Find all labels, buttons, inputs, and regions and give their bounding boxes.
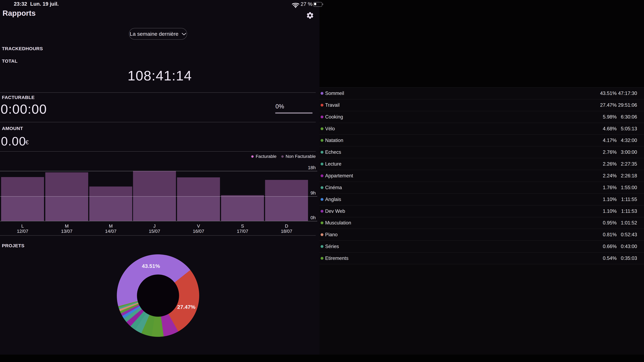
project-color-dot [320,233,324,236]
project-time: 0:43:00 [621,244,637,249]
project-name: Séries [325,244,339,249]
project-percent: 1.76% [603,185,617,191]
project-percent: 0.66% [603,244,617,249]
project-time: 1:11:53 [621,208,637,214]
x-label-12/07: L12/07 [1,224,44,234]
project-time: 5:05:13 [621,126,637,132]
status-clock: 23:32 [14,1,27,7]
project-color-dot [320,222,324,224]
project-percent: 0.95% [603,220,617,226]
project-color-dot [320,186,324,189]
projects-label: PROJETS [2,243,24,248]
project-percent: 5.98% [603,114,617,120]
period-selector[interactable]: La semaine dernière [129,28,187,40]
legend-label: Non Facturable [286,154,316,159]
page-title: Rapports [2,9,36,18]
project-color-dot [320,174,324,177]
project-name: Etirements [325,255,348,261]
billable-percent: 0% [276,103,284,110]
bar-D-18/07 [265,180,308,221]
bar-S-17/07 [221,195,264,221]
status-date: Lun. 19 juil. [30,1,59,7]
project-row-appartement[interactable]: Appartement2.24%2:26:18 [320,170,644,182]
project-color-dot [320,198,324,201]
project-color-dot [320,162,324,165]
currency-symbol: € [26,139,28,146]
project-name: Travail [325,102,340,108]
project-percent: 2.76% [603,149,617,155]
screen: 23:32 Lun. 19 juil. Rapports La semaine … [0,0,644,362]
bar-M-13/07 [45,172,88,221]
x-label-13/07: M13/07 [45,224,88,234]
chevron-down-icon [182,33,186,36]
project-percent: 0.54% [603,255,617,261]
project-color-dot [320,92,324,95]
billable-progressbar [275,112,312,114]
period-label: La semaine dernière [130,31,178,37]
wifi-icon [292,2,300,8]
bar-J-15/07 [133,171,176,221]
project-row-etirements[interactable]: Etirements0.54%0:35:03 [320,252,644,264]
billable-label: FACTURABLE [2,95,34,100]
donut-label-travail: 27.47% [177,304,195,310]
project-name: Piano [325,232,338,238]
project-time: 1:01:52 [621,220,637,226]
amount-label: AMOUNT [2,126,23,131]
legend-label: Facturable [256,154,276,159]
project-percent: 4.68% [603,126,617,132]
project-row-natation[interactable]: Natation4.17%4:32:00 [320,135,644,146]
project-name: Lecture [325,161,341,167]
project-name: Cinéma [325,185,342,191]
battery-percent-text: 27 % [300,1,312,7]
project-name: Echecs [325,149,341,155]
project-time: 2:26:18 [621,173,637,179]
project-row-dev-web[interactable]: Dev Web1.10%1:11:53 [320,205,644,217]
x-label-15/07: J15/07 [133,224,176,234]
project-row-piano[interactable]: Piano0.81%0:52:43 [320,229,644,241]
legend-item-1[interactable]: Non Facturable [281,154,316,159]
project-time: 0:52:43 [621,232,637,238]
home-indicator-area [0,354,644,362]
project-name: Vélo [325,126,335,132]
divider [0,235,316,236]
bar-L-12/07 [1,177,44,221]
project-percent: 1.10% [603,197,617,202]
project-time: 29:51:06 [618,102,637,108]
reports-panel: 23:32 Lun. 19 juil. Rapports La semaine … [0,0,320,362]
project-percent: 0.81% [603,232,617,238]
project-row-séries[interactable]: Séries0.66%0:43:00 [320,241,644,252]
project-row-anglais[interactable]: Anglais1.10%1:11:55 [320,194,644,205]
project-time: 6:30:06 [621,114,637,120]
legend-item-0[interactable]: Facturable [251,154,276,159]
project-color-dot [320,257,324,260]
project-color-dot [320,139,324,142]
project-percent: 2.26% [603,161,617,167]
project-color-dot [320,151,324,154]
project-row-echecs[interactable]: Echecs2.76%3:00:00 [320,146,644,158]
settings-button[interactable] [306,11,314,20]
project-row-musculation[interactable]: Musculation0.95%1:01:52 [320,217,644,229]
project-name: Appartement [325,173,353,179]
chart-legend: FacturableNon Facturable [0,154,316,159]
gridline-0h [0,221,317,221]
project-row-cinéma[interactable]: Cinéma1.76%1:55:00 [320,182,644,194]
project-percent: 2.24% [603,173,617,179]
project-row-lecture[interactable]: Lecture2.26%2:27:35 [320,158,644,170]
project-row-vélo[interactable]: Vélo4.68%5:05:13 [320,123,644,135]
project-name: Musculation [325,220,351,226]
project-row-travail[interactable]: Travail27.47%29:51:06 [320,99,644,111]
project-row-cooking[interactable]: Cooking5.98%6:30:06 [320,111,644,123]
bar-M-14/07 [89,187,132,221]
total-time-value: 108:41:14 [0,68,320,84]
project-row-sommeil[interactable]: Sommeil43.51%47:17:30 [320,88,644,99]
project-name: Anglais [325,197,341,202]
divider [0,151,316,151]
project-time: 2:27:35 [621,161,637,167]
battery-icon [313,2,322,7]
ytick-18h: 18h [300,165,316,170]
project-name: Dev Web [325,208,345,214]
project-name: Natation [325,137,343,143]
project-time: 3:00:00 [621,149,637,155]
project-color-dot [320,115,324,118]
ytick-9h: 9h [300,190,316,196]
